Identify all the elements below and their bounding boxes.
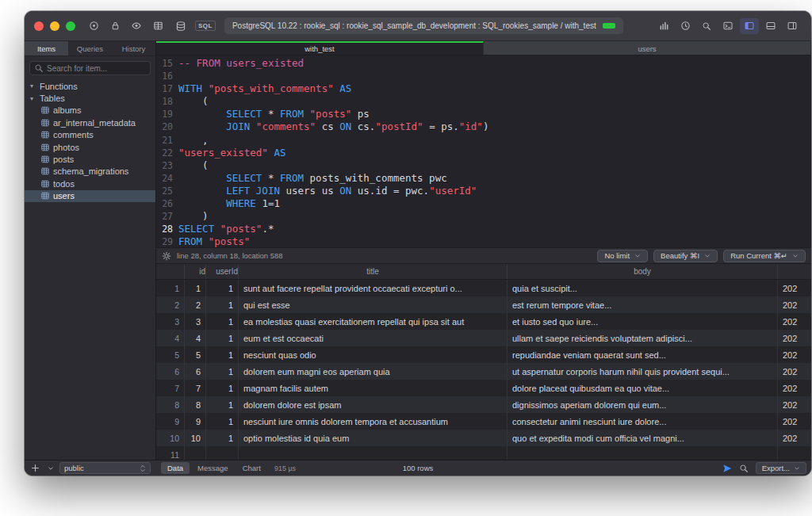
editor-line-19: 19 SELECT * FROM "posts" ps (156, 108, 811, 120)
no-limit-button[interactable]: No limit (597, 250, 648, 262)
terminal-icon[interactable] (718, 18, 737, 34)
search-results-icon[interactable] (739, 464, 749, 473)
editor-line-16: 16 (156, 70, 811, 82)
clock-icon[interactable] (676, 18, 695, 34)
column-header-blank[interactable] (156, 264, 185, 279)
sidebar-item-albums[interactable]: albums (25, 105, 155, 117)
code-text: -- FROM users_existed (178, 57, 304, 70)
table-icon (41, 131, 49, 139)
sidebar-tab-queries[interactable]: Queries (68, 41, 112, 55)
run-current--button[interactable]: Run Current ⌘↵ (723, 250, 806, 262)
add-menu-chevron[interactable] (44, 463, 56, 474)
cell: 202 (778, 396, 811, 413)
view-tab-chart[interactable]: Chart (236, 462, 267, 474)
column-header-userId[interactable]: userId (206, 264, 239, 279)
schema-select[interactable]: public (59, 462, 151, 474)
view-tab-message[interactable]: Message (191, 462, 235, 474)
zoom-button[interactable] (66, 21, 75, 31)
cell: ut aspernatur corporis harum nihil quis … (508, 363, 778, 380)
cell: 202 (778, 346, 811, 363)
minimize-button[interactable] (50, 21, 59, 31)
chart-icon[interactable] (654, 18, 673, 34)
editor-line-23: 23 ( (156, 159, 811, 172)
table-row[interactable]: 771magnam facilis autemdolore placeat qu… (156, 380, 811, 396)
sidebar-item-users[interactable]: users (25, 190, 155, 202)
cell: optio molestias id quia eum (239, 430, 508, 446)
cell: quo et expedita modi cum officia vel mag… (508, 430, 778, 446)
target-icon[interactable] (84, 18, 103, 34)
column-header-blank[interactable] (778, 264, 811, 279)
sidebar-search[interactable] (29, 61, 151, 75)
add-button[interactable] (29, 463, 41, 474)
cell: 1 (156, 280, 185, 296)
cell: sunt aut facere repellat provident occae… (239, 280, 508, 296)
export-button[interactable]: Export... (756, 462, 806, 474)
code-text: SELECT "posts".* (178, 223, 274, 235)
cell: 1 (185, 280, 206, 296)
line-number: 23 (156, 159, 178, 172)
tree-item-label: Functions (40, 82, 78, 91)
sidebar-item-comments[interactable]: comments (25, 129, 155, 141)
line-number: 29 (156, 235, 178, 247)
line-number: 26 (156, 197, 178, 210)
send-icon[interactable] (722, 464, 732, 473)
cell: 202 (778, 330, 811, 346)
view-tab-data[interactable]: Data (161, 462, 190, 474)
sidebar-item-ar_internal_metadata[interactable]: ar_internal_metadata (25, 117, 155, 128)
cell: repudiandae veniam quaerat sunt sed... (508, 346, 778, 363)
table-row[interactable]: 11 (156, 446, 811, 460)
sidebar-item-todos[interactable]: todos (25, 178, 155, 189)
cell: 8 (156, 396, 185, 413)
tree-item-label: albums (53, 105, 81, 115)
table-row[interactable]: 441eum et est occaecatiullam et saepe re… (156, 330, 811, 346)
editor-statusbar: line 28, column 18, location 588 No limi… (156, 247, 811, 264)
table-row[interactable]: 331ea molestias quasi exercitationem rep… (156, 313, 811, 330)
search-icon[interactable] (697, 18, 716, 34)
panel-left-icon[interactable] (740, 18, 759, 34)
panel-bottom-icon[interactable] (761, 18, 780, 34)
cell: dolorem eum magni eos aperiam quia (239, 363, 508, 380)
column-header-body[interactable]: body (508, 264, 778, 279)
search-input[interactable] (47, 64, 146, 73)
grid-icon[interactable] (148, 18, 167, 34)
table-row[interactable]: 221qui est esseest rerum tempore vitae..… (156, 296, 811, 313)
tree-item-label: schema_migrations (53, 166, 128, 176)
eye-icon[interactable] (127, 18, 146, 34)
sql-badge: SQL (195, 21, 216, 31)
sidebar: ItemsQueriesHistory ▾Functions▾Tablesalb… (25, 41, 156, 460)
column-header-id[interactable]: id (185, 264, 206, 279)
database-icon[interactable] (171, 18, 190, 34)
table-row[interactable]: 10101optio molestias id quia eumquo et e… (156, 430, 811, 446)
sidebar-item-Tables[interactable]: ▾Tables (25, 92, 155, 104)
lock-icon[interactable] (105, 18, 124, 34)
cell: 1 (206, 380, 239, 396)
titlebar: SQL PostgreSQL 10.22 : rookie_sql : rook… (25, 11, 811, 41)
cell (239, 446, 508, 460)
toolbar-right-icons (654, 18, 802, 34)
sidebar-tab-items[interactable]: Items (25, 41, 68, 55)
sidebar-item-Functions[interactable]: ▾Functions (25, 80, 155, 92)
sidebar-tab-history[interactable]: History (112, 41, 155, 55)
sidebar-item-schema_migrations[interactable]: schema_migrations (25, 166, 155, 178)
table-row[interactable]: 991nesciunt iure omnis dolorem tempora e… (156, 413, 811, 430)
gear-icon[interactable] (162, 251, 171, 261)
table-row[interactable]: 661dolorem eum magni eos aperiam quiaut … (156, 363, 811, 380)
editor-tab-with_test[interactable]: with_test (156, 41, 484, 55)
code-text: JOIN "comments" cs ON cs."postId" = ps."… (178, 120, 488, 133)
table-row[interactable]: 881dolorem dolore est ipsamdignissimos a… (156, 396, 811, 413)
cell: 2 (185, 296, 206, 313)
cell: 9 (156, 413, 185, 430)
editor-line-25: 25 LEFT JOIN users us ON us.id = pwc."us… (156, 185, 811, 197)
table-row[interactable]: 111sunt aut facere repellat provident oc… (156, 280, 811, 296)
sidebar-item-posts[interactable]: posts (25, 153, 155, 165)
beautify-i-button[interactable]: Beautify ⌘I (653, 250, 718, 262)
sql-editor[interactable]: 15-- FROM users_existed1617WITH "posts_w… (156, 55, 811, 247)
editor-tab-users[interactable]: users (484, 41, 811, 55)
table-row[interactable]: 551nesciunt quas odiorepudiandae veniam … (156, 346, 811, 363)
cell: 6 (156, 363, 185, 380)
column-header-title[interactable]: title (239, 264, 508, 279)
table-icon (41, 119, 49, 127)
sidebar-item-photos[interactable]: photos (25, 141, 155, 153)
close-button[interactable] (34, 21, 44, 31)
panel-right-icon[interactable] (783, 18, 802, 34)
